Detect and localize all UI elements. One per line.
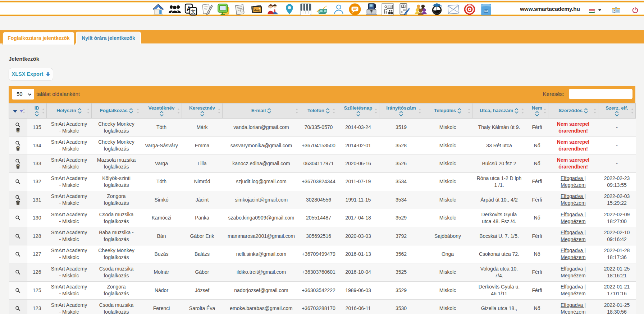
svg-text:文: 文 — [191, 9, 196, 14]
